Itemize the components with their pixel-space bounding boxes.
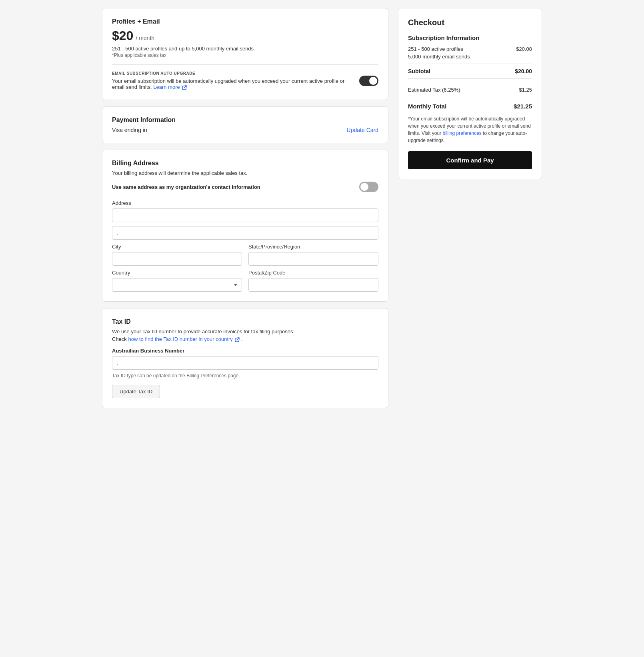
auto-upgrade-label: EMAIL SUBSCRIPTION AUTO UPGRADE (112, 71, 353, 76)
address-label: Address (112, 200, 378, 206)
toggle-thumb (369, 77, 377, 85)
country-select[interactable] (112, 278, 242, 292)
state-input[interactable] (248, 252, 378, 266)
update-card-link[interactable]: Update Card (347, 127, 378, 133)
tax-label: Estimated Tax (6.25%) (408, 87, 460, 93)
address-input-2[interactable] (112, 226, 378, 240)
confirm-pay-button[interactable]: Confirm and Pay (408, 151, 532, 169)
visa-label: Visa ending in (112, 127, 147, 133)
subtotal-label: Subtotal (408, 68, 430, 74)
same-address-toggle[interactable] (359, 182, 378, 192)
billing-pref-link[interactable]: billing preferences (442, 130, 483, 136)
tax-id-title: Tax ID (112, 318, 378, 325)
profile-description: 251 - 500 active profiles and up to 5,00… (112, 46, 378, 52)
checkout-note: *Your email subscription will be automat… (408, 115, 532, 144)
city-label: City (112, 244, 242, 250)
billing-address-card: Billing Address Your billing address wil… (102, 150, 388, 302)
abn-input[interactable] (112, 356, 378, 370)
country-label: Country (112, 270, 242, 276)
external-link-icon (182, 85, 187, 90)
tax-link-external-icon (235, 337, 240, 342)
tax-note-small: Tax ID type can be updated on the Billin… (112, 373, 378, 379)
tax-id-card: Tax ID We use your Tax ID number to prov… (102, 308, 388, 408)
checkout-line1-amount: $20.00 (516, 46, 532, 52)
tax-id-link[interactable]: how to find the Tax ID number in your co… (128, 336, 241, 342)
total-label: Monthly Total (408, 103, 446, 110)
address-input-1[interactable] (112, 208, 378, 222)
update-tax-button[interactable]: Update Tax ID (112, 385, 160, 398)
payment-info-title: Payment Information (112, 116, 378, 124)
postal-label: Postal/Zip Code (248, 270, 378, 276)
checkout-divider-3 (408, 97, 532, 97)
payment-info-card: Payment Information Visa ending in Updat… (102, 106, 388, 143)
tax-link-row: Check how to find the Tax ID number in y… (112, 336, 378, 342)
section-divider (112, 64, 378, 65)
billing-address-title: Billing Address (112, 160, 378, 167)
profiles-email-card: Profiles + Email $20 / month 251 - 500 a… (102, 8, 388, 100)
city-input[interactable] (112, 252, 242, 266)
tax-note: *Plus applicable sales tax (112, 52, 378, 58)
checkout-line1-label: 251 - 500 active profiles (408, 46, 463, 52)
price-period: / month (136, 35, 154, 41)
tax-amount: $1.25 (519, 87, 532, 93)
checkout-title: Checkout (408, 18, 532, 27)
same-address-label: Use same address as my organization's co… (112, 184, 260, 190)
checkout-card: Checkout Subscription Information 251 - … (398, 8, 542, 179)
checkout-divider-2 (408, 78, 532, 79)
tax-desc-1: We use your Tax ID number to provide acc… (112, 328, 378, 335)
state-label: State/Province/Region (248, 244, 378, 250)
abn-label: Austrailian Business Number (112, 348, 378, 354)
price-amount: $20 (112, 28, 133, 43)
learn-more-link[interactable]: Learn more (153, 84, 187, 90)
same-address-toggle-thumb (360, 183, 368, 191)
total-amount: $21.25 (514, 103, 532, 110)
billing-desc: Your billing address will determine the … (112, 170, 378, 176)
checkout-line2-label: 5,000 monthly email sends (408, 54, 470, 60)
subtotal-amount: $20.00 (515, 68, 532, 74)
postal-input[interactable] (248, 278, 378, 292)
auto-upgrade-desc: Your email subscription will be automati… (112, 78, 353, 90)
profiles-email-title: Profiles + Email (112, 18, 378, 25)
subscription-info-title: Subscription Information (408, 34, 532, 41)
checkout-divider-1 (408, 64, 532, 64)
auto-upgrade-toggle[interactable] (359, 76, 378, 86)
